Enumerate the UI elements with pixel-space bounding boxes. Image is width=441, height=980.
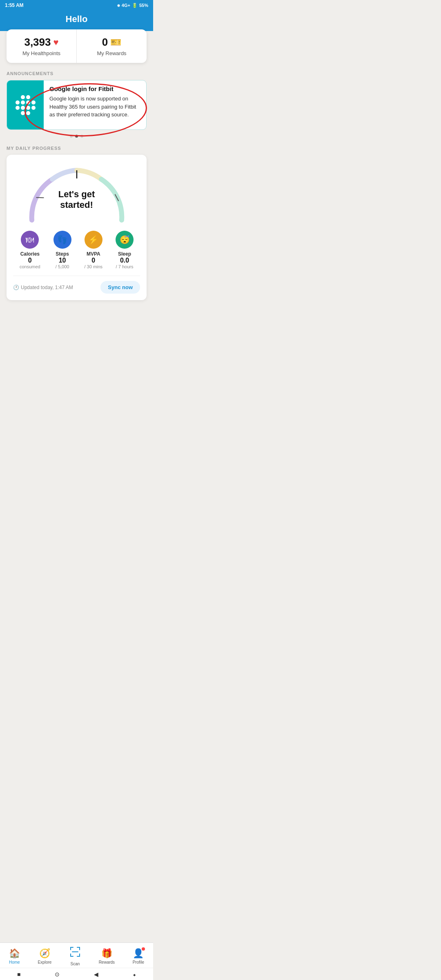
header-title: Hello	[0, 14, 153, 24]
status-time: 1:55 AM	[5, 2, 24, 8]
stats-row: 🍽 Calories 0 consumed 👣 Steps 10 / 5,000…	[13, 231, 140, 269]
stat-label-sleep: Sleep	[116, 251, 134, 257]
stat-value-calories: 0	[20, 257, 40, 264]
progress-card: Let's get started! 🍽 Calories 0 consumed…	[7, 155, 147, 300]
announcement-title: Google login for Fitbit	[49, 85, 140, 92]
heart-icon: ♥	[53, 37, 59, 48]
stat-item-steps[interactable]: 👣 Steps 10 / 5,000	[53, 231, 71, 269]
bluetooth-icon: ⎈	[117, 3, 120, 8]
battery-icon: 🔋	[132, 3, 138, 8]
fitbit-image	[7, 80, 44, 129]
stat-item-sleep[interactable]: 😴 Sleep 0.0 / 7 hours	[116, 231, 134, 269]
carousel-dot-2[interactable]	[75, 135, 78, 138]
stat-sub-steps: / 5,000	[53, 264, 71, 269]
stat-sub-mvpa: / 30 mins	[84, 264, 102, 269]
gauge-text: Let's get started!	[58, 189, 95, 211]
fitbit-logo	[12, 92, 39, 118]
stat-label-mvpa: MVPA	[84, 251, 102, 257]
healthpoints-value: 3,393 ♥	[11, 36, 71, 49]
sync-row: 🕐 Updated today, 1:47 AM Sync now	[13, 276, 140, 294]
carousel-dot-1[interactable]	[70, 135, 73, 138]
announcement-text: Google login is now supported on Healthy…	[49, 95, 140, 119]
stat-icon-mvpa: ⚡	[85, 231, 102, 249]
stat-sub-sleep: / 7 hours	[116, 264, 134, 269]
carousel-dot-3[interactable]	[80, 135, 83, 138]
status-icons: ⎈ 4G+ 🔋 55%	[117, 3, 148, 8]
gift-icon: 🎫	[110, 37, 121, 48]
stat-value-steps: 10	[53, 257, 71, 264]
gauge-main-text: Let's get started!	[58, 189, 95, 211]
sync-now-button[interactable]: Sync now	[100, 281, 140, 294]
daily-progress-label: MY DAILY PROGRESS	[7, 146, 147, 151]
points-card: 3,393 ♥ My Healthpoints 0 🎫 My Rewards	[7, 29, 147, 63]
rewards-section[interactable]: 0 🎫 My Rewards	[76, 29, 147, 63]
rewards-label: My Rewards	[82, 50, 142, 56]
stat-value-mvpa: 0	[84, 257, 102, 264]
battery-percent: 55%	[139, 3, 148, 8]
stat-value-sleep: 0.0	[116, 257, 134, 264]
gauge-container: Let's get started!	[13, 163, 140, 224]
carousel-dots	[0, 135, 153, 138]
announcement-body: Google login for Fitbit Google login is …	[44, 80, 146, 129]
healthpoints-label: My Healthpoints	[11, 50, 71, 56]
status-bar: 1:55 AM ⎈ 4G+ 🔋 55%	[0, 0, 153, 11]
stat-icon-sleep: 😴	[116, 231, 134, 249]
announcements-label: ANNOUNCEMENTS	[7, 71, 147, 76]
stat-sub-calories: consumed	[20, 264, 40, 269]
stat-label-steps: Steps	[53, 251, 71, 257]
rewards-value: 0 🎫	[82, 36, 142, 49]
sync-time: 🕐 Updated today, 1:47 AM	[13, 285, 73, 290]
stat-icon-calories: 🍽	[21, 231, 39, 249]
announcements-wrapper: Google login for Fitbit Google login is …	[0, 80, 153, 130]
healthpoints-section[interactable]: 3,393 ♥ My Healthpoints	[7, 29, 76, 63]
clock-icon: 🕐	[13, 285, 19, 290]
stat-item-mvpa[interactable]: ⚡ MVPA 0 / 30 mins	[84, 231, 102, 269]
stat-icon-steps: 👣	[53, 231, 71, 249]
stat-label-calories: Calories	[20, 251, 40, 257]
announcement-card[interactable]: Google login for Fitbit Google login is …	[7, 80, 147, 130]
header: Hello	[0, 11, 153, 31]
stat-item-calories[interactable]: 🍽 Calories 0 consumed	[20, 231, 40, 269]
signal-icon: 4G+	[122, 3, 130, 8]
